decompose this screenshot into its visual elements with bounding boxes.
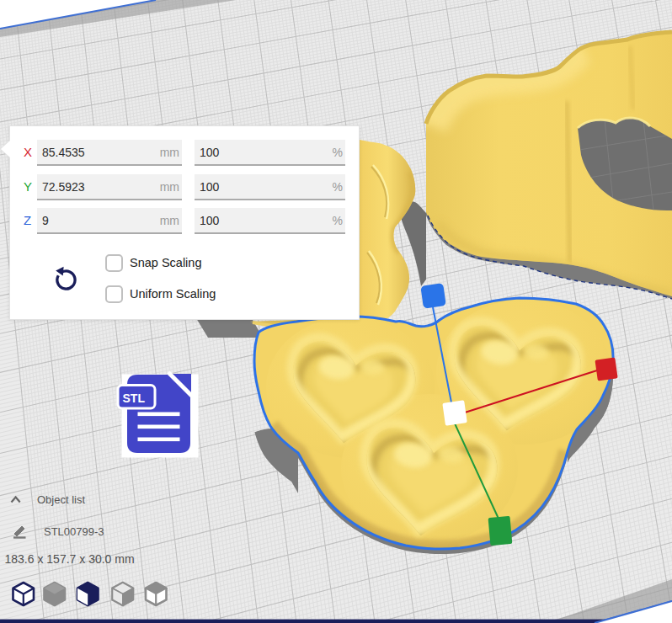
svg-text:STL: STL — [123, 391, 146, 405]
